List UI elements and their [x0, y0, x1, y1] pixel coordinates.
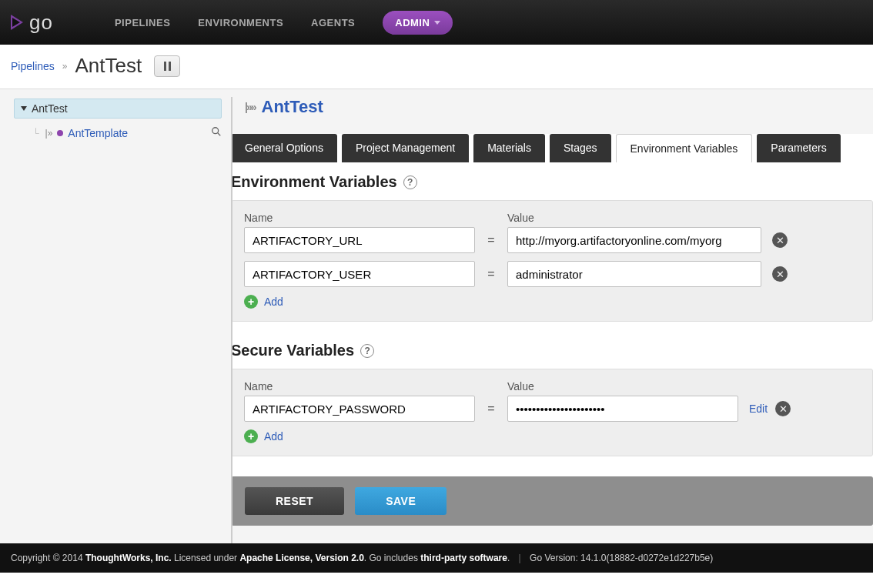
plus-icon: +: [244, 295, 258, 309]
env-add-label: Add: [264, 296, 283, 308]
panel-body: Environment Variables ? Name Value = ✕: [231, 162, 873, 526]
nav-agents[interactable]: AGENTS: [311, 17, 355, 28]
tab-environment-variables[interactable]: Environment Variables: [616, 134, 753, 162]
reset-button[interactable]: RESET: [245, 487, 344, 515]
secure-name-input[interactable]: [244, 396, 475, 422]
equals-sign: =: [475, 402, 507, 416]
tab-stages[interactable]: Stages: [550, 134, 611, 162]
breadcrumb-root[interactable]: Pipelines: [11, 60, 55, 72]
template-icon: |»: [45, 128, 53, 139]
tab-general-options[interactable]: General Options: [231, 134, 337, 162]
pane-title: AntTest: [262, 97, 323, 117]
tab-parameters[interactable]: Parameters: [757, 134, 840, 162]
logo-icon: [11, 15, 23, 30]
divider: [231, 97, 232, 543]
nav-admin-label: ADMIN: [395, 17, 430, 28]
secure-section-title: Secure Variables ?: [231, 342, 873, 359]
footer-version-label: Go Version:: [530, 553, 580, 563]
action-bar: RESET SAVE: [231, 476, 873, 526]
tree-node-label: AntTest: [32, 102, 68, 115]
nav-admin[interactable]: ADMIN: [383, 11, 453, 35]
edit-link[interactable]: Edit: [749, 403, 768, 415]
secure-value-input[interactable]: [507, 396, 738, 422]
main: AntTest └ |» AntTemplate |»» AntTest Gen…: [0, 89, 873, 543]
delete-button[interactable]: ✕: [775, 401, 791, 416]
breadcrumb-sep: »: [62, 61, 68, 72]
plus-icon: +: [244, 429, 258, 443]
tree-child-anttemplate[interactable]: └ |» AntTemplate: [32, 126, 222, 139]
tabs: General Options Project Management Mater…: [231, 134, 873, 162]
nav-items: PIPELINES ENVIRONMENTS AGENTS ADMIN: [115, 11, 453, 35]
tree-node-anttest[interactable]: AntTest: [14, 99, 222, 119]
pipeline-icon: |»»: [245, 101, 256, 113]
caret-down-icon: [21, 106, 27, 111]
tree-branch-icon: └: [32, 128, 39, 139]
footer-company: ThoughtWorks, Inc.: [85, 553, 172, 563]
tab-project-management[interactable]: Project Management: [342, 134, 469, 162]
footer-version: 14.1.0(18882-d0272e1d227b5e): [580, 553, 713, 563]
logo[interactable]: go: [11, 11, 53, 35]
env-var-row: = ✕: [244, 227, 860, 253]
content-pane: |»» AntTest General Options Project Mana…: [231, 89, 873, 543]
env-name-input[interactable]: [244, 227, 475, 253]
pause-icon: [164, 62, 166, 71]
sidebar: AntTest └ |» AntTemplate: [0, 89, 231, 543]
secure-var-row: = Edit ✕: [244, 396, 860, 422]
secure-vars-box: Name Value = Edit ✕ + Add: [231, 369, 873, 456]
tab-materials[interactable]: Materials: [473, 134, 545, 162]
secure-name-header: Name: [244, 380, 475, 393]
delete-button[interactable]: ✕: [772, 266, 788, 282]
logo-text: go: [29, 11, 53, 35]
env-name-header: Name: [244, 212, 475, 224]
env-var-row: = ✕: [244, 261, 860, 287]
env-value-header: Value: [507, 212, 860, 224]
help-icon[interactable]: ?: [360, 344, 374, 358]
svg-line-1: [218, 133, 221, 136]
secure-add-row[interactable]: + Add: [244, 429, 860, 443]
footer: Copyright © 2014 ThoughtWorks, Inc. Lice…: [0, 543, 873, 573]
pane-title-row: |»» AntTest: [231, 97, 873, 134]
help-icon[interactable]: ?: [403, 175, 417, 189]
nav-pipelines[interactable]: PIPELINES: [115, 17, 170, 28]
top-nav: go PIPELINES ENVIRONMENTS AGENTS ADMIN: [0, 0, 873, 45]
secure-add-label: Add: [264, 430, 283, 443]
pause-button[interactable]: [154, 55, 180, 77]
env-value-input[interactable]: [507, 227, 761, 253]
env-name-input[interactable]: [244, 261, 475, 287]
status-dot-icon: [57, 130, 63, 136]
env-section-title: Environment Variables ?: [231, 173, 873, 191]
secure-value-header: Value: [507, 380, 860, 393]
delete-button[interactable]: ✕: [772, 232, 788, 248]
breadcrumb-bar: Pipelines » AntTest: [0, 45, 873, 89]
env-add-row[interactable]: + Add: [244, 295, 860, 309]
breadcrumb-title: AntTest: [75, 54, 142, 78]
equals-sign: =: [475, 267, 507, 281]
footer-license: Apache License, Version 2.0: [239, 553, 363, 563]
tree-child-label: AntTemplate: [68, 127, 128, 139]
env-value-input[interactable]: [507, 261, 761, 287]
footer-third-party: third-party software: [420, 553, 507, 563]
svg-point-0: [212, 128, 219, 134]
equals-sign: =: [475, 233, 507, 247]
chevron-down-icon: [434, 21, 440, 25]
save-button[interactable]: SAVE: [355, 487, 447, 515]
search-icon[interactable]: [211, 126, 222, 139]
env-vars-box: Name Value = ✕ = ✕: [231, 200, 873, 322]
nav-environments[interactable]: ENVIRONMENTS: [198, 17, 283, 28]
